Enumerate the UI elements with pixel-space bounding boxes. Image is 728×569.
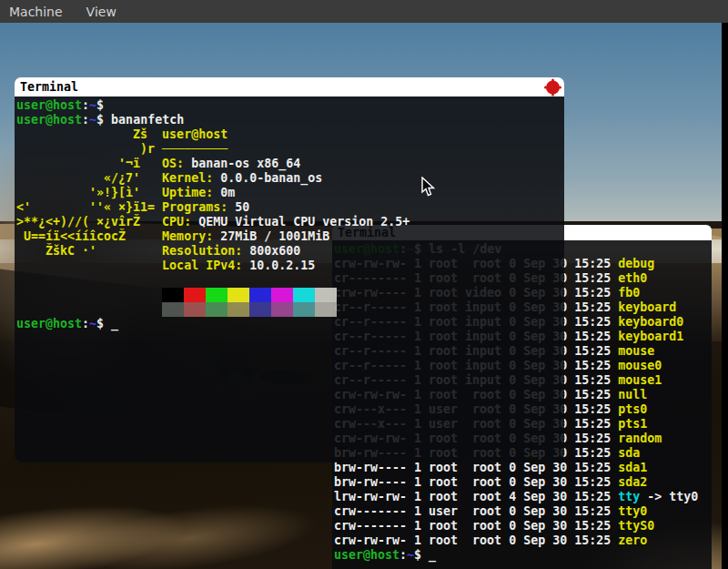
palette-green	[206, 288, 228, 302]
palette-row-normal	[16, 288, 564, 302]
fetch-row: U==íï<<ííîcocŽ Memory: 27MiB / 1001MiB	[16, 229, 564, 244]
fetch-row: )r ─────────	[16, 142, 564, 157]
palette-bright-red	[184, 302, 206, 317]
guest-screen: Terminal user@host:~$ ls -l /dev crw-rw-…	[0, 23, 728, 569]
fetch-row: '¬ï OS: banan-os x86_64	[16, 157, 564, 171]
palette-bright-magenta	[271, 302, 293, 317]
menu-machine[interactable]: Machine	[9, 5, 63, 19]
dev-row-symlink: lrw-rw-rw- 1 root root 4 Sep 30 15:25 tt…	[334, 490, 712, 504]
fetch-row: «/¿7' Kernel: 0.0.0-banan_os	[16, 171, 564, 186]
palette-magenta	[271, 288, 293, 302]
palette-red	[184, 288, 206, 302]
close-button[interactable]	[546, 80, 560, 94]
fetch-row: ŽškC ·' Resolution: 800x600	[16, 244, 564, 259]
palette-bright-cyan	[293, 302, 315, 317]
dev-row: crw-rw-rw- 1 root root 0 Sep 30 15:25 ze…	[334, 533, 712, 548]
terminal1-content[interactable]: user@host:~$ user@host:~$ bananfetch Zš …	[15, 97, 564, 462]
dev-row: crw------- 1 root root 0 Sep 30 15:25 tt…	[334, 519, 712, 533]
palette-cyan	[293, 288, 315, 302]
fetch-row: Zš user@host	[16, 127, 564, 142]
palette-bright-blue	[249, 302, 271, 317]
prompt-line: user@host:~$ bananfetch	[16, 113, 564, 127]
menu-view[interactable]: View	[86, 5, 116, 19]
fetch-row: >**¿<+)//( ×¿vîrŽ CPU: QEMU Virtual CPU …	[16, 215, 564, 229]
blank-row	[16, 273, 564, 288]
desktop-edge-strip	[722, 23, 728, 569]
palette-bright-green	[206, 302, 228, 317]
terminal1-title: Terminal	[20, 80, 78, 95]
dev-row: crw------- 1 user root 0 Sep 30 15:25 tt…	[334, 504, 712, 519]
dev-row: brw-rw---- 1 root root 0 Sep 30 15:25 sd…	[334, 461, 712, 475]
palette-white	[315, 288, 337, 302]
prompt-line: user@host:~$ _	[334, 548, 712, 563]
palette-bright-black	[162, 302, 184, 317]
cursor: _	[111, 317, 118, 330]
palette-row-bright	[16, 302, 564, 317]
command-text: bananfetch	[111, 113, 184, 127]
dev-row: brw-rw---- 1 root root 0 Sep 30 15:25 sd…	[334, 475, 712, 490]
prompt-line: user@host:~$ _	[16, 317, 564, 331]
palette-blue	[249, 288, 271, 302]
fetch-row: Local IPv4: 10.0.2.15	[16, 259, 564, 273]
palette-black	[162, 288, 184, 302]
prompt-line: user@host:~$	[16, 98, 564, 113]
vm-menubar: Machine View	[0, 0, 728, 23]
cursor: _	[429, 548, 436, 562]
fetch-row: '»!}[ì' Uptime: 0m	[16, 186, 564, 200]
terminal-window-fetch[interactable]: Terminal user@host:~$ user@host:~$ banan…	[15, 77, 564, 462]
palette-bright-yellow	[228, 302, 249, 317]
palette-bright-white	[315, 302, 337, 317]
mouse-cursor-icon	[421, 177, 436, 198]
palette-yellow	[228, 288, 249, 302]
terminal1-titlebar[interactable]: Terminal	[15, 77, 564, 97]
fetch-row: <' ''« ×}ï1= Programs: 50	[16, 200, 564, 215]
